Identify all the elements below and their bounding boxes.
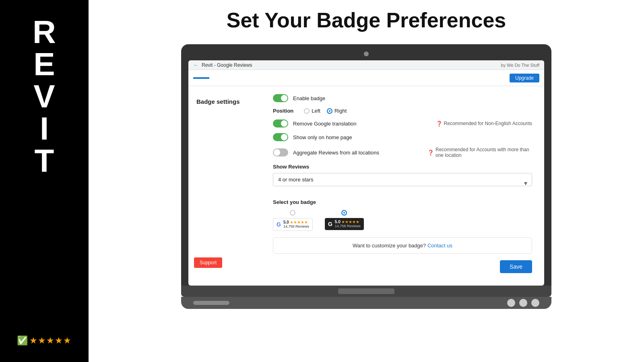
main-content: Set Your Badge Preferences ← Revit - Goo…	[89, 0, 644, 362]
sidebar-letter-e: E	[33, 48, 55, 80]
settings-sidebar: Badge settings	[188, 86, 261, 279]
position-left-radio	[304, 108, 310, 114]
position-row: Position Left Right	[273, 108, 532, 114]
badge-dark-preview: G 5.0 ★★★★★ 14,758 Reviews	[325, 218, 364, 230]
help-icon-translation: ❓	[436, 121, 442, 127]
sidebar-letter-i: I	[40, 113, 49, 145]
sidebar-letters: R E V I T	[33, 16, 56, 177]
show-reviews-select[interactable]: All reviews 4 or more stars 5 stars only	[273, 173, 532, 186]
badge-light-stars: ★★★★★	[290, 220, 308, 224]
sidebar-stars: ★★★★★	[29, 335, 72, 346]
aggregate-toggle[interactable]	[273, 148, 288, 156]
aggregate-left: Aggregate Reviews from all locations	[273, 148, 379, 156]
laptop-foot-dots	[507, 299, 539, 307]
aggregate-rec: ❓ Recommended for Accounts with more tha…	[427, 147, 532, 158]
badge-light-info: 5.0 ★★★★★ 14,758 Reviews	[283, 220, 309, 229]
contact-us-link[interactable]: Contact us	[427, 243, 452, 249]
remove-translation-row: Remove Google translation ❓ Recommended …	[273, 119, 532, 128]
remove-translation-left: Remove Google translation	[273, 119, 357, 128]
customize-text: Want to customize your badge?	[353, 243, 426, 249]
upgrade-button[interactable]: Upgrade	[510, 74, 539, 82]
position-left-label: Left	[312, 108, 320, 114]
badge-dark-radio[interactable]	[341, 210, 347, 216]
remove-translation-toggle[interactable]	[273, 119, 288, 128]
app-chrome-left: ← Revit - Google Reviews	[193, 62, 252, 68]
badge-light-preview: G 5.0 ★★★★★ 14,758 Reviews	[273, 218, 313, 231]
nav-blue-bar	[193, 77, 209, 79]
help-icon-aggregate: ❓	[427, 150, 434, 156]
aggregate-row: Aggregate Reviews from all locations ❓ R…	[273, 147, 532, 158]
position-right-option[interactable]: Right	[327, 108, 347, 114]
sidebar-letter-r: R	[33, 16, 56, 48]
sidebar-letter-v: V	[33, 80, 55, 113]
laptop-base	[181, 286, 551, 297]
show-home-slider	[273, 133, 288, 141]
app-nav: Upgrade	[188, 70, 544, 86]
enable-badge-toggle[interactable]	[273, 94, 288, 102]
google-g-light: G	[277, 221, 281, 228]
show-reviews-label: Show Reviews	[273, 164, 532, 170]
badge-light-reviews: 14,758 Reviews	[283, 224, 309, 229]
badge-options: G 5.0 ★★★★★ 14,758 Reviews	[273, 210, 532, 231]
badge-light-radio[interactable]	[290, 210, 295, 216]
app-content-wrapper: Badge settings Enable badge	[188, 86, 544, 279]
save-button[interactable]: Save	[500, 260, 532, 273]
app-chrome-by: by We Do The Stuff	[501, 63, 539, 68]
check-icon: ✅	[17, 335, 28, 346]
sidebar-letter-t: T	[35, 145, 54, 177]
badge-dark-reviews: 14,758 Reviews	[335, 224, 361, 228]
show-home-toggle[interactable]	[273, 133, 288, 141]
badge-dark-stars: ★★★★★	[341, 220, 359, 224]
enable-badge-label: Enable badge	[293, 95, 325, 101]
badge-light-rating: 5.0	[283, 220, 289, 224]
position-right-radio	[327, 108, 332, 114]
google-g-dark: G	[328, 221, 332, 227]
laptop-foot-dot-1	[507, 299, 515, 307]
settings-panel: Enable badge Position Left	[261, 86, 544, 279]
position-radio-group: Left Right	[304, 108, 347, 114]
aggregate-label: Aggregate Reviews from all locations	[293, 150, 379, 156]
laptop-foot-left-piece	[193, 301, 229, 305]
laptop-screen-outer: ← Revit - Google Reviews by We Do The St…	[181, 44, 551, 286]
sidebar: R E V I T ✅ ★★★★★	[0, 0, 89, 362]
laptop-mockup: ← Revit - Google Reviews by We Do The St…	[181, 44, 551, 309]
remove-translation-rec: ❓ Recommended for Non-English Accounts	[436, 121, 532, 127]
position-right-label: Right	[334, 108, 347, 114]
laptop-camera	[364, 51, 369, 56]
badge-settings-nav[interactable]: Badge settings	[196, 98, 240, 105]
app-chrome: ← Revit - Google Reviews by We Do The St…	[188, 60, 544, 70]
remove-translation-label: Remove Google translation	[293, 121, 357, 127]
position-label: Position	[273, 108, 293, 114]
show-home-label: Show only on home page	[293, 134, 352, 140]
laptop-trackpad	[338, 288, 394, 294]
laptop-foot-dot-2	[519, 299, 527, 307]
enable-badge-slider	[273, 94, 288, 102]
support-button[interactable]: Support	[194, 257, 222, 268]
aggregate-slider	[273, 148, 288, 156]
remove-translation-rec-text: Recommended for Non-English Accounts	[444, 121, 532, 126]
show-home-row: Show only on home page	[273, 133, 532, 141]
badge-option-light[interactable]: G 5.0 ★★★★★ 14,758 Reviews	[273, 210, 313, 231]
laptop-foot-dot-3	[531, 299, 539, 307]
remove-translation-slider	[273, 119, 288, 128]
app-content: Badge settings Enable badge	[188, 86, 544, 279]
app-back-icon: ←	[193, 62, 198, 68]
page-title: Set Your Badge Preferences	[227, 8, 506, 32]
laptop-screen-inner: ← Revit - Google Reviews by We Do The St…	[188, 60, 544, 286]
badge-dark-rating: 5.0	[335, 220, 341, 224]
badge-option-dark[interactable]: G 5.0 ★★★★★ 14,758 Reviews	[325, 210, 364, 230]
position-left-option[interactable]: Left	[304, 108, 320, 114]
app-chrome-title: Revit - Google Reviews	[202, 62, 252, 68]
select-badge-label: Select you badge	[273, 199, 532, 205]
enable-badge-row: Enable badge	[273, 94, 532, 102]
aggregate-rec-text: Recommended for Accounts with more than …	[436, 147, 532, 158]
show-reviews-select-wrapper[interactable]: All reviews 4 or more stars 5 stars only	[273, 173, 532, 193]
customize-box: Want to customize your badge? Contact us	[273, 237, 532, 254]
laptop-foot	[181, 297, 551, 309]
badge-dark-info: 5.0 ★★★★★ 14,758 Reviews	[335, 220, 361, 228]
sidebar-rating: ✅ ★★★★★	[17, 335, 72, 346]
